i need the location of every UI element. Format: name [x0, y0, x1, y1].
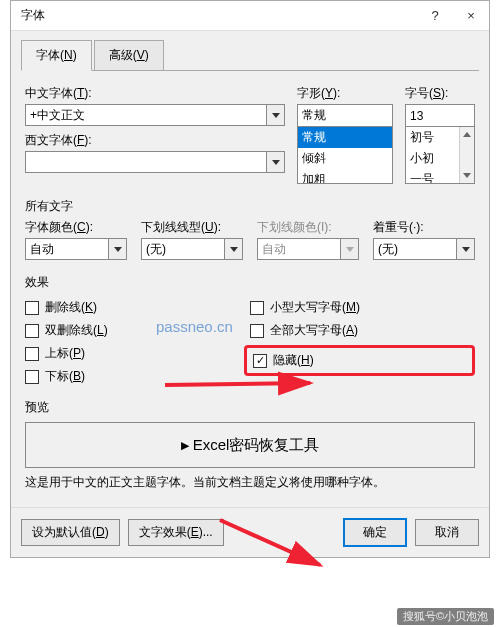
checkbox-icon: [253, 354, 267, 368]
checkbox-icon: [25, 301, 39, 315]
preview-label: 预览: [25, 399, 475, 416]
checkbox-icon: [25, 347, 39, 361]
style-listbox[interactable]: 常规 倾斜 加粗: [297, 126, 393, 184]
list-item[interactable]: 倾斜: [298, 148, 392, 169]
underline-style-label: 下划线线型(U):: [141, 219, 243, 236]
ok-button[interactable]: 确定: [343, 518, 407, 547]
smallcaps-checkbox[interactable]: 小型大写字母(M): [250, 299, 475, 316]
size-label: 字号(S):: [405, 85, 475, 102]
set-default-button[interactable]: 设为默认值(D): [21, 519, 120, 546]
tab-bar: 字体(N) 高级(V): [21, 39, 479, 71]
chevron-down-icon: [266, 152, 284, 172]
preview-box: ▶ Excel密码恢复工具: [25, 422, 475, 468]
cjk-font-label: 中文字体(T):: [25, 85, 285, 102]
scroll-up-icon[interactable]: [460, 127, 474, 142]
style-input[interactable]: 常规: [297, 104, 393, 126]
list-item[interactable]: 加粗: [298, 169, 392, 184]
size-listbox[interactable]: 初号 小初 一号: [405, 126, 475, 184]
tab-font[interactable]: 字体(N): [21, 40, 92, 71]
chevron-down-icon: [224, 239, 242, 259]
checkbox-icon: [25, 324, 39, 338]
emphasis-combo[interactable]: (无): [373, 238, 475, 260]
tab-advanced[interactable]: 高级(V): [94, 40, 164, 71]
play-icon: ▶: [181, 439, 189, 452]
all-text-label: 所有文字: [25, 198, 475, 215]
font-dialog: 字体 ? × 字体(N) 高级(V) 中文字体(T): +中文正文 西文字体(F…: [10, 0, 490, 558]
list-item[interactable]: 常规: [298, 127, 392, 148]
titlebar: 字体 ? ×: [11, 1, 489, 31]
checkbox-icon: [250, 324, 264, 338]
effects-label: 效果: [25, 274, 475, 291]
scrollbar[interactable]: [459, 127, 474, 183]
subscript-checkbox[interactable]: 下标(B): [25, 368, 250, 385]
strike-checkbox[interactable]: 删除线(K): [25, 299, 250, 316]
emphasis-label: 着重号(·):: [373, 219, 475, 236]
allcaps-checkbox[interactable]: 全部大写字母(A): [250, 322, 475, 339]
font-color-combo[interactable]: 自动: [25, 238, 127, 260]
help-button[interactable]: ?: [417, 1, 453, 31]
underline-color-label: 下划线颜色(I):: [257, 219, 359, 236]
western-font-label: 西文字体(F):: [25, 132, 285, 149]
dialog-title: 字体: [21, 7, 417, 24]
western-font-combo[interactable]: [25, 151, 285, 173]
underline-style-combo[interactable]: (无): [141, 238, 243, 260]
cancel-button[interactable]: 取消: [415, 519, 479, 546]
underline-color-combo: 自动: [257, 238, 359, 260]
highlight-annotation: 隐藏(H): [244, 345, 475, 376]
chevron-down-icon: [266, 105, 284, 125]
chevron-down-icon: [456, 239, 474, 259]
double-strike-checkbox[interactable]: 双删除线(L): [25, 322, 250, 339]
scroll-down-icon[interactable]: [460, 168, 474, 183]
close-button[interactable]: ×: [453, 1, 489, 31]
text-effects-button[interactable]: 文字效果(E)...: [128, 519, 224, 546]
size-input[interactable]: 13: [405, 104, 475, 126]
hidden-checkbox[interactable]: 隐藏(H): [253, 352, 314, 369]
superscript-checkbox[interactable]: 上标(P): [25, 345, 250, 362]
checkbox-icon: [25, 370, 39, 384]
cjk-font-combo[interactable]: +中文正文: [25, 104, 285, 126]
chevron-down-icon: [340, 239, 358, 259]
button-bar: 设为默认值(D) 文字效果(E)... 确定 取消: [11, 507, 489, 557]
checkbox-icon: [250, 301, 264, 315]
style-label: 字形(Y):: [297, 85, 393, 102]
hint-text: 这是用于中文的正文主题字体。当前文档主题定义将使用哪种字体。: [25, 474, 475, 491]
credit-badge: 搜狐号©小贝泡泡: [397, 608, 494, 625]
chevron-down-icon: [108, 239, 126, 259]
font-color-label: 字体颜色(C):: [25, 219, 127, 236]
